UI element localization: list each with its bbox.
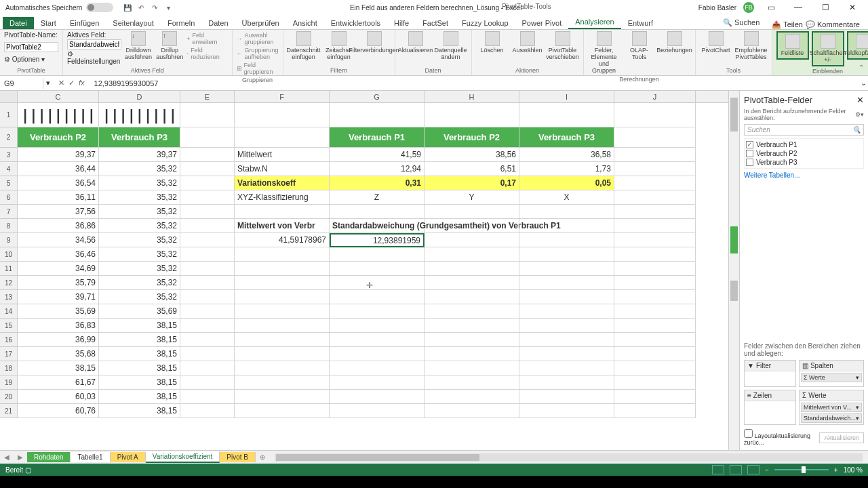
cell[interactable] [519,262,614,276]
cell[interactable]: 35,32 [99,190,180,205]
cell[interactable] [614,247,696,262]
col-header[interactable]: E [180,91,235,102]
cell[interactable] [519,347,614,361]
row-header[interactable]: 2 [0,127,18,148]
search-button[interactable]: 🔍 Suchen [716,16,766,29]
cell[interactable] [519,290,614,304]
cell[interactable]: 41,59 [330,148,425,162]
tab-powerpivot[interactable]: Power Pivot [515,17,569,29]
cell[interactable] [235,390,330,404]
row-header[interactable]: 5 [0,176,18,190]
minimize-icon[interactable]: — [788,3,808,12]
olap-button[interactable]: OLAP-Tools [623,31,656,61]
cell[interactable]: 38,15 [99,390,180,404]
ungroup-button[interactable]: ← Gruppierung aufheben [237,46,279,60]
cell[interactable] [235,127,330,148]
cell[interactable]: Stabw.N [235,162,330,176]
cell[interactable]: 61,67 [18,375,99,390]
qa-more-icon[interactable]: ▾ [163,3,173,12]
more-tables-link[interactable]: Weitere Tabellen... [744,171,864,179]
cell[interactable] [425,233,519,247]
row-header[interactable]: 9 [0,233,18,247]
cell[interactable] [235,103,330,127]
autosave-toggle[interactable] [86,3,113,12]
cell[interactable] [235,375,330,390]
cell[interactable] [519,333,614,347]
cell[interactable]: 36,44 [18,162,99,176]
row-header[interactable]: 3 [0,148,18,162]
zoom-out-icon[interactable]: − [765,466,769,474]
cell[interactable] [330,290,425,304]
cell[interactable] [614,375,696,390]
cell[interactable] [180,127,235,148]
tab-hilfe[interactable]: Hilfe [387,17,416,29]
cell[interactable] [180,304,235,319]
cell[interactable] [330,304,425,319]
checkbox-icon[interactable] [746,141,753,148]
cell[interactable] [180,103,235,127]
row-header[interactable]: 7 [0,205,18,219]
maximize-icon[interactable]: ☐ [815,3,835,12]
cell[interactable] [235,247,330,262]
zoom-slider[interactable] [774,469,829,470]
cell[interactable]: Y [425,190,519,205]
cell[interactable]: Verbrauch P3 [99,127,180,148]
sheet-tab[interactable]: Pivot A [111,452,146,462]
col-header[interactable]: H [425,91,519,102]
zoom-in-icon[interactable]: + [834,466,838,474]
row-header[interactable]: 12 [0,276,18,290]
cell[interactable]: 0,17 [425,176,519,190]
cell[interactable]: 41,59178967 [235,233,330,247]
col-header[interactable]: I [519,91,614,102]
cell[interactable]: 35,32 [99,176,180,190]
cell[interactable]: 60,03 [18,390,99,404]
relations-button[interactable]: Beziehungen [658,31,691,54]
macro-record-icon[interactable]: ▢ [25,466,31,474]
cell[interactable]: ||||||||| [18,103,99,127]
cell[interactable] [614,176,696,190]
undo-icon[interactable]: ↶ [136,3,146,12]
field-search-input[interactable]: Suchen🔍 [744,124,864,136]
selected-cell[interactable]: 12,93891959 [330,233,425,247]
cell[interactable] [330,347,425,361]
cell[interactable] [180,148,235,162]
cell[interactable]: Mittelwert von Verbr [235,219,330,233]
cell[interactable] [180,333,235,347]
cell[interactable]: 36,11 [18,190,99,205]
slicer-button[interactable]: Datenschnitt einfügen [288,31,320,61]
collapse-ribbon-icon[interactable]: ⌃ [859,64,864,71]
row-header[interactable]: 10 [0,247,18,262]
cell[interactable] [519,390,614,404]
cell[interactable] [614,190,696,205]
cell[interactable]: 35,68 [18,347,99,361]
cell[interactable] [614,219,696,233]
row-header[interactable]: 21 [0,404,18,418]
cell[interactable]: 38,56 [425,148,519,162]
tab-ueberpruefen[interactable]: Überprüfen [235,17,286,29]
cell[interactable] [235,262,330,276]
cell[interactable] [425,361,519,375]
cell[interactable] [180,247,235,262]
area-item[interactable]: Mittelwert von V...▾ [801,403,862,412]
pane-close-icon[interactable]: ✕ [856,95,864,105]
cell[interactable]: 35,79 [18,276,99,290]
cell[interactable]: 38,15 [99,361,180,375]
redo-icon[interactable]: ↷ [150,3,159,12]
cell[interactable]: X [519,190,614,205]
cell[interactable] [614,262,696,276]
fx-icon[interactable]: fx [79,79,85,87]
cell[interactable] [425,290,519,304]
cell[interactable]: 39,37 [18,148,99,162]
expand-field-button[interactable]: + Feld erweitern [186,31,227,45]
cell[interactable] [425,304,519,319]
area-values[interactable]: ΣWerte Mittelwert von V...▾ Standardabwe… [799,390,864,425]
cell[interactable]: 35,32 [99,219,180,233]
cell[interactable] [614,162,696,176]
cell[interactable] [180,361,235,375]
cell[interactable] [614,404,696,418]
cell[interactable] [425,262,519,276]
changesrc-button[interactable]: Datenquelle ändern [435,31,467,61]
cell[interactable] [425,205,519,219]
cell[interactable] [330,103,425,127]
row-header[interactable]: 17 [0,347,18,361]
